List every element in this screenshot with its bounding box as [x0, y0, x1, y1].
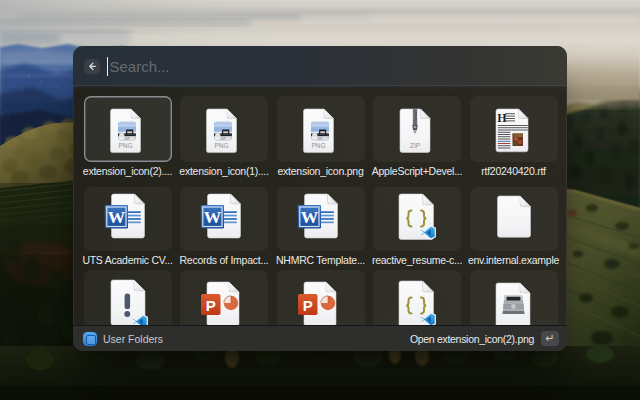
svg-text:ZIP: ZIP [410, 141, 420, 148]
svg-text:W: W [107, 207, 125, 227]
svg-text:W: W [300, 207, 318, 227]
svg-text:PNG: PNG [118, 141, 132, 148]
svg-text:PNG: PNG [215, 141, 229, 148]
svg-text:W: W [204, 207, 222, 227]
svg-text:P: P [206, 297, 216, 314]
svg-text:H: H [497, 110, 507, 124]
svg-text:P: P [302, 297, 312, 314]
svg-text:PNG: PNG [311, 141, 325, 148]
